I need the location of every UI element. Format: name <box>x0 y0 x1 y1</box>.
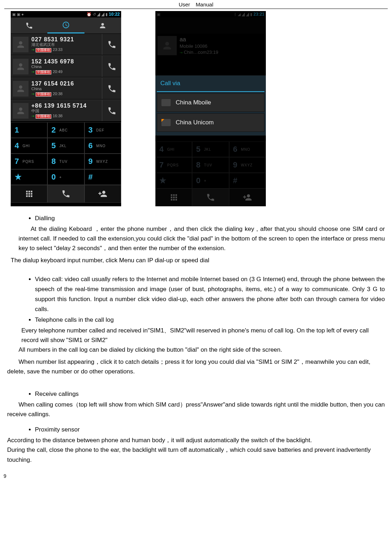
sim-b-icon: ▣ <box>17 12 20 17</box>
avatar <box>13 37 29 52</box>
key-2[interactable]: 2ABC <box>47 122 84 138</box>
page-number: 9 <box>0 472 392 479</box>
sim-a-icon: ▣ <box>12 12 16 17</box>
proximity-p2: During the call, close the phone to the … <box>7 445 385 464</box>
carrier-tag: 中国移动 <box>36 48 51 52</box>
screenshot-row: ▣ ▣ ● ⏰ ↺ ▮ 10:22 <box>7 11 385 206</box>
add-contact-button[interactable] <box>84 185 121 203</box>
proximity-p1: According to the distance between phone … <box>7 435 385 445</box>
status-time: 10:22 <box>109 12 120 17</box>
tab-contacts[interactable] <box>84 17 121 33</box>
key-0[interactable]: 0+ <box>47 169 84 185</box>
key-hash[interactable]: # <box>84 169 121 185</box>
signal-icon-2 <box>101 12 104 16</box>
sim-option-1[interactable]: China Mboile <box>157 93 264 112</box>
key-star[interactable]: ★ <box>11 169 47 185</box>
key-9[interactable]: 9WXYZ <box>84 154 121 169</box>
tab-recent[interactable] <box>47 17 84 33</box>
bullet-video: Video call: video call usually refers to… <box>35 274 385 314</box>
key-6[interactable]: 6MNO <box>84 138 121 154</box>
add-person-icon <box>98 189 107 198</box>
key-1[interactable]: 1 <box>11 122 47 138</box>
bullet-proximity: Proximity sensor <box>35 426 385 433</box>
calllog-p2: All numbers in the call log can be diale… <box>7 345 385 355</box>
receive-body: When calling comes（top left will show fr… <box>7 400 385 419</box>
dialling-body: At the dialing Keboard ，enter the phone … <box>7 224 385 253</box>
dialog-title: Call via <box>155 76 266 91</box>
dial-button[interactable] <box>102 34 121 55</box>
bullet-dialling: Dialling <box>35 215 385 222</box>
screenshot-dialer: ▣ ▣ ● ⏰ ↺ ▮ 10:22 <box>11 11 121 206</box>
signal-icon <box>97 12 100 16</box>
phone-icon <box>107 40 117 49</box>
call-location: 湖北省武汉市 <box>31 42 102 47</box>
battery-icon: ▮ <box>105 12 108 17</box>
sync-icon: ↺ <box>93 12 96 17</box>
bullet-receive: Receive callings <box>35 391 385 398</box>
dial-button[interactable] <box>102 56 121 77</box>
dialling-note: The dialup keyboard input number, click … <box>7 255 385 265</box>
sim-icon <box>161 99 171 106</box>
avatar <box>13 103 29 119</box>
key-8[interactable]: 8TUV <box>47 154 84 169</box>
alarm-icon: ⏰ <box>87 12 92 17</box>
calllog-p3: When number list appearing，click it to c… <box>7 357 385 376</box>
key-7[interactable]: 7PQRS <box>11 154 47 169</box>
key-4[interactable]: 4GHI <box>11 138 47 154</box>
call-log-row[interactable]: +86 139 1615 5714 中国 ↗ 中国移动16:38 <box>11 100 121 122</box>
call-log-row[interactable]: 137 6154 0216 China ↗ 中国移动20:38 <box>11 78 121 99</box>
phone-icon <box>25 22 33 30</box>
call-button[interactable] <box>47 185 84 203</box>
dial-button[interactable] <box>102 100 121 121</box>
phone-icon <box>61 189 71 198</box>
key-3[interactable]: 3DEF <box>84 122 121 138</box>
call-log-row[interactable]: 152 1435 6978 China ↗ 中国移动20:49 <box>11 56 121 77</box>
screenshot-callvia: ▣ ᛒ ◢ ▮ 23:21 aa Mobile 10086 ↗ Chin…com… <box>155 11 266 206</box>
clock-icon <box>62 21 70 29</box>
grid-icon <box>25 189 34 198</box>
sim-option-2[interactable]: China Unicom <box>157 113 264 132</box>
avatar <box>13 59 29 74</box>
dial-button[interactable] <box>102 78 121 99</box>
call-via-dialog: Call via China Mboile China Unicom <box>155 75 266 136</box>
key-5[interactable]: 5JKL <box>47 138 84 154</box>
calllog-p1: Every telephone number called and receiv… <box>7 326 385 345</box>
dialpad-toggle[interactable] <box>11 185 47 203</box>
avatar <box>13 81 29 97</box>
tab-dial[interactable] <box>11 17 47 33</box>
sim-icon <box>161 119 171 126</box>
page-header: User Manual <box>0 0 392 9</box>
person-icon <box>99 22 107 30</box>
call-time: 23:33 <box>53 47 63 52</box>
avatar-icon <box>16 40 26 50</box>
dialer-tabs <box>11 17 121 34</box>
outgoing-icon: ↗ <box>30 47 35 52</box>
call-number: 027 8531 9321 <box>31 36 102 43</box>
dot-icon: ● <box>21 12 24 16</box>
call-log-row[interactable]: 027 8531 9321 湖北省武汉市 ↗ 中国移动23:33 <box>11 34 121 55</box>
bullet-calllog: Telephone calls in the call log <box>35 316 385 324</box>
